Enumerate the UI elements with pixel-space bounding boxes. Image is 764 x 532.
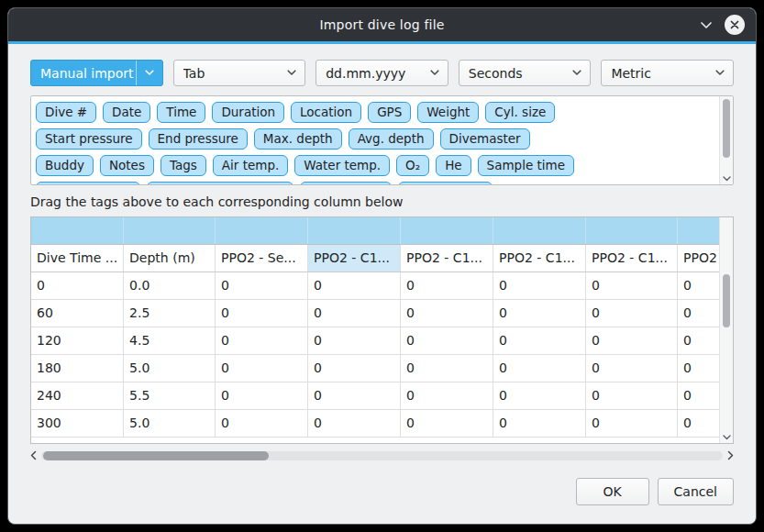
table-row: 1805.0000000 [31,354,723,382]
chevron-down-icon [564,61,590,85]
table-cell: 2.5 [124,299,216,327]
tag-rows: Dive #DateTimeDurationLocationGPSWeightC… [31,96,718,184]
tag-time[interactable]: Time [157,102,205,123]
table-cell: 120 [31,327,124,354]
combo-value: Manual import [40,66,136,81]
column-drop-target[interactable] [308,217,401,244]
table-cell: 0 [493,354,586,382]
tag-weight[interactable]: Weight [417,102,479,123]
tag-location[interactable]: Location [291,102,361,123]
tag-date[interactable]: Date [103,102,150,123]
table-viewport: Dive Time ...Depth (m)PPO2 - Se...PPO2 -… [30,216,734,444]
cancel-button[interactable]: Cancel [658,478,734,505]
chevron-down-icon[interactable] [720,176,733,182]
tag-sample-cns[interactable]: Sample CNS [398,182,493,184]
table-cell: 5.0 [124,354,216,382]
table-cell: 0 [493,409,586,437]
column-header[interactable]: PPO2 - Se... [216,244,308,272]
combo-field-separator[interactable]: Tab [173,60,306,86]
table-cell: 4.5 [124,327,216,354]
table-cell: 0 [493,272,586,299]
tag-tags[interactable]: Tags [161,155,206,176]
combo-time-format[interactable]: Seconds [459,60,592,86]
tag-divemaster[interactable]: Divemaster [440,128,530,150]
table-cell: 0 [308,382,401,409]
tag-end-pressure[interactable]: End pressure [149,128,248,150]
table-cell: 0 [401,354,493,382]
column-drop-target[interactable] [401,217,493,244]
column-drop-target[interactable] [31,217,124,244]
chevron-right-icon[interactable] [727,450,734,460]
tag-he[interactable]: He [436,155,471,176]
column-header[interactable]: PPO2 - C1... [401,244,493,272]
combo-units[interactable]: Metric [601,60,734,86]
hscroll-track[interactable] [41,451,723,460]
chevron-down-icon[interactable] [700,21,713,29]
column-header[interactable]: PPO2 - C1... [493,244,586,272]
tag-sample-po[interactable]: Sample pO₂ [300,182,392,184]
table-cell: 0 [586,299,678,327]
column-drop-target[interactable] [216,217,308,244]
drop-target-row [31,217,723,244]
tag-air-temp[interactable]: Air temp. [213,155,288,176]
column-header[interactable]: Dive Time ... [31,244,124,272]
table-cell: 0 [586,327,678,354]
tag-pool-scrollbar[interactable] [719,96,733,184]
table-cell: 0 [586,272,678,299]
tag-gps[interactable]: GPS [368,102,411,123]
table-cell: 0 [678,272,724,299]
table-cell: 0 [308,272,401,299]
column-header[interactable]: PPO2 - C1... [308,244,401,272]
tag-dive[interactable]: Dive # [36,102,96,123]
combo-date-format[interactable]: dd.mm.yyyy [316,60,448,86]
table-cell: 0 [216,354,308,382]
table-cell: 0 [493,299,586,327]
tag-duration[interactable]: Duration [212,102,284,123]
column-drop-target[interactable] [586,217,678,244]
column-header[interactable]: Depth (m) [124,244,216,272]
table-cell: 0 [308,354,401,382]
chevron-down-icon[interactable] [720,435,733,440]
tag-sample-depth[interactable]: Sample depth [36,182,140,184]
column-drop-target[interactable] [678,217,724,244]
scrollbar-thumb[interactable] [723,99,730,158]
tag-max-depth[interactable]: Max. depth [254,128,342,150]
table-cell: 0 [308,327,401,354]
column-header[interactable]: PPO2 - C1... [586,244,678,272]
table-row: 602.5000000 [31,299,723,327]
column-drop-target[interactable] [493,217,586,244]
chevron-down-icon [279,61,304,85]
table-cell: 0 [216,327,308,354]
dialog-buttons: OK Cancel [30,478,734,505]
combo-value: Metric [611,66,707,81]
tag-start-pressure[interactable]: Start pressure [36,128,142,150]
ok-button[interactable]: OK [576,478,649,505]
table-row: 1204.5000000 [31,327,723,354]
combo-import-mode[interactable]: Manual import [30,60,163,86]
table-cell: 300 [31,409,124,437]
table-cell: 0 [216,382,308,409]
column-drop-target[interactable] [124,217,216,244]
table-cell: 0 [678,299,724,327]
tag-sample-temperature[interactable]: Sample temperature [147,182,293,184]
table-cell: 0 [678,382,724,409]
table-cell: 240 [31,382,124,409]
dialog-content: Manual importTabdd.mm.yyyySecondsMetric … [8,44,756,524]
tag-notes[interactable]: Notes [100,155,154,176]
tag-buddy[interactable]: Buddy [36,155,94,176]
table-scrollbar[interactable] [719,217,733,443]
table-hscrollbar[interactable] [30,449,734,462]
tag-cyl-size[interactable]: Cyl. size [485,102,555,123]
titlebar-buttons [700,8,745,41]
tag-avg-depth[interactable]: Avg. depth [349,128,434,150]
titlebar[interactable]: Import dive log file [8,8,756,41]
close-button[interactable] [725,15,745,35]
chevron-left-icon[interactable] [30,450,37,460]
scrollbar-thumb[interactable] [723,274,730,327]
tag-o[interactable]: O₂ [396,155,429,176]
tag-water-temp[interactable]: Water temp. [294,155,390,176]
tag-sample-time[interactable]: Sample time [478,155,574,176]
hscroll-thumb[interactable] [43,451,269,460]
column-header[interactable]: PPO2 [678,244,724,272]
table-cell: 0.0 [124,272,216,299]
